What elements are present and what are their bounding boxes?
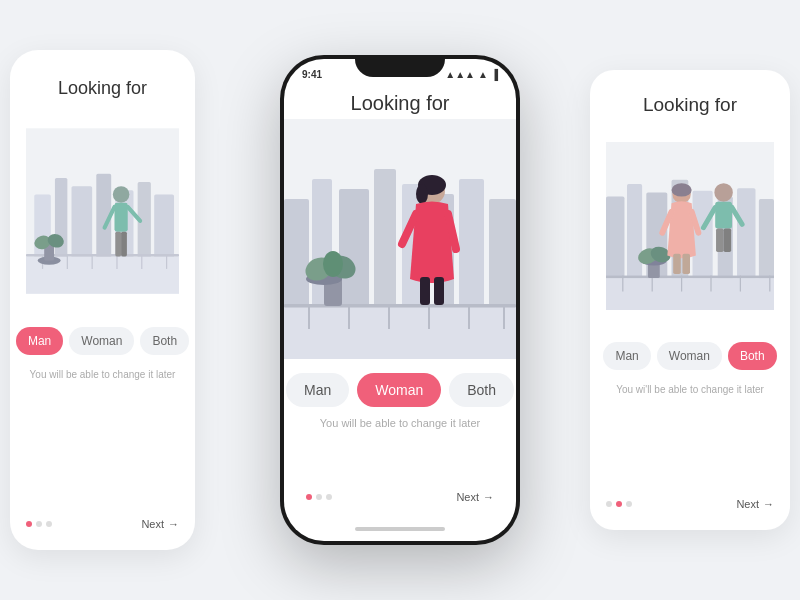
phone-gender-buttons: Man Woman Both (286, 373, 514, 407)
left-arrow-icon: → (168, 518, 179, 530)
left-next-label: Next (141, 518, 164, 530)
svg-rect-36 (284, 304, 516, 308)
left-card-illustration (26, 111, 179, 311)
left-change-later: You will be able to change it later (30, 369, 176, 380)
phone-next-button[interactable]: Next → (456, 491, 494, 503)
phone-illustration (284, 119, 516, 359)
wifi-icon: ▲ (478, 69, 488, 80)
left-pagination-dots (26, 521, 52, 527)
right-arrow-icon: → (763, 498, 774, 510)
svg-rect-63 (759, 199, 774, 285)
svg-rect-7 (154, 194, 174, 260)
signal-icon: ▲▲▲ (445, 69, 475, 80)
phone-notch (355, 55, 445, 77)
svg-rect-84 (716, 229, 724, 253)
status-time: 9:41 (302, 69, 322, 80)
right-pagination-dots (606, 501, 632, 507)
right-card-illustration (606, 126, 774, 326)
svg-point-20 (113, 186, 130, 203)
svg-rect-83 (715, 202, 732, 229)
svg-rect-33 (459, 179, 484, 319)
phone-dot-3 (326, 494, 332, 500)
svg-rect-3 (71, 186, 92, 260)
right-next-label: Next (736, 498, 759, 510)
svg-rect-27 (284, 199, 309, 319)
right-dot-2 (616, 501, 622, 507)
svg-rect-57 (627, 184, 642, 285)
left-next-button[interactable]: Next → (141, 518, 179, 530)
left-dot-3 (46, 521, 52, 527)
phone-screen: 9:41 ▲▲▲ ▲ ▐ Looking for (284, 59, 516, 541)
phone-pagination-dots (306, 494, 332, 500)
svg-point-47 (323, 251, 343, 277)
man-button-left[interactable]: Man (16, 327, 63, 355)
right-card: Looking for (590, 70, 790, 530)
left-card: Looking for (10, 50, 195, 550)
center-phone: 9:41 ▲▲▲ ▲ ▐ Looking for (280, 55, 520, 545)
left-dot-1 (26, 521, 32, 527)
phone-arrow-icon: → (483, 491, 494, 503)
phone-dot-1 (306, 494, 312, 500)
man-button-right[interactable]: Man (603, 342, 650, 370)
battery-icon: ▐ (491, 69, 498, 80)
phone-title: Looking for (351, 92, 450, 115)
svg-rect-23 (121, 232, 127, 257)
woman-button-left[interactable]: Woman (69, 327, 134, 355)
svg-rect-81 (682, 254, 690, 274)
right-dot-1 (606, 501, 612, 507)
phone-dots-next: Next → (284, 491, 516, 503)
left-dot-2 (36, 521, 42, 527)
phone-dot-2 (316, 494, 322, 500)
left-gender-buttons: Man Woman Both (16, 327, 189, 355)
svg-point-77 (672, 183, 692, 196)
left-card-title: Looking for (58, 78, 147, 99)
svg-rect-62 (737, 188, 755, 285)
phone-man-button[interactable]: Man (286, 373, 349, 407)
right-card-title: Looking for (643, 94, 737, 116)
svg-rect-29 (339, 189, 369, 319)
right-next-button[interactable]: Next → (736, 498, 774, 510)
svg-point-50 (416, 184, 428, 204)
svg-rect-53 (420, 277, 430, 305)
svg-rect-34 (489, 199, 516, 319)
phone-woman-button[interactable]: Woman (357, 373, 441, 407)
phone-change-later: You will be able to change it later (320, 417, 480, 429)
svg-rect-65 (606, 276, 774, 279)
phone-next-label: Next (456, 491, 479, 503)
svg-rect-30 (374, 169, 396, 319)
svg-rect-54 (434, 277, 444, 305)
status-icons: ▲▲▲ ▲ ▐ (445, 69, 498, 80)
svg-rect-56 (606, 197, 624, 285)
home-indicator (355, 527, 445, 531)
svg-rect-64 (606, 278, 774, 310)
svg-rect-80 (673, 254, 681, 274)
woman-button-right[interactable]: Woman (657, 342, 722, 370)
both-button-left[interactable]: Both (140, 327, 189, 355)
left-dots-next: Next → (26, 506, 179, 530)
svg-point-82 (714, 183, 732, 201)
svg-rect-35 (284, 307, 516, 359)
svg-rect-22 (115, 232, 121, 257)
both-button-right[interactable]: Both (728, 342, 777, 370)
right-change-later: You wi'll be able to change it later (616, 384, 764, 395)
right-gender-buttons: Man Woman Both (603, 342, 776, 370)
phone-both-button[interactable]: Both (449, 373, 514, 407)
svg-rect-60 (693, 191, 713, 285)
svg-rect-85 (724, 229, 732, 253)
svg-rect-2 (55, 178, 67, 261)
right-dots-next: Next → (606, 486, 774, 510)
right-dot-3 (626, 501, 632, 507)
